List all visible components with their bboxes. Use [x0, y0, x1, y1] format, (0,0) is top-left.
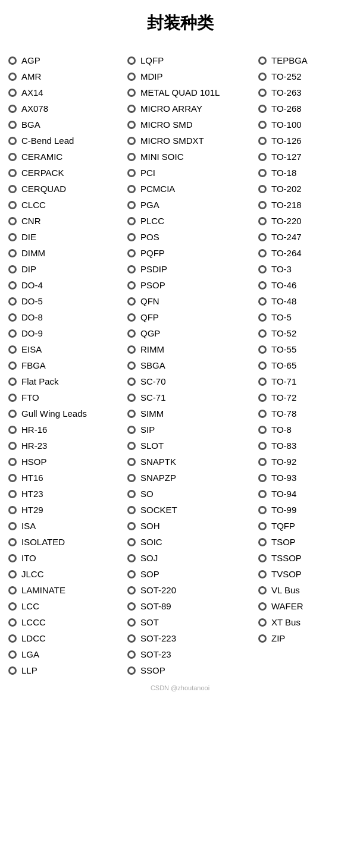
list-item[interactable]: DIE [6, 229, 125, 245]
list-item[interactable]: PSOP [125, 277, 256, 293]
list-item[interactable]: TO-94 [256, 486, 360, 502]
list-item[interactable]: TO-247 [256, 229, 360, 245]
list-item[interactable]: SOT-89 [125, 598, 256, 614]
list-item[interactable]: DO-5 [6, 293, 125, 309]
list-item[interactable]: SC-71 [125, 389, 256, 405]
list-item[interactable]: TO-83 [256, 438, 360, 454]
list-item[interactable]: Gull Wing Leads [6, 405, 125, 422]
list-item[interactable]: TO-55 [256, 341, 360, 357]
list-item[interactable]: TO-46 [256, 277, 360, 293]
list-item[interactable]: LLP [6, 662, 125, 678]
list-item[interactable]: PSDIP [125, 261, 256, 277]
list-item[interactable]: SOT-223 [125, 630, 256, 646]
list-item[interactable]: AMR [6, 68, 125, 84]
list-item[interactable]: ISOLATED [6, 534, 125, 550]
list-item[interactable]: AX078 [6, 100, 125, 117]
list-item[interactable]: TO-93 [256, 470, 360, 486]
list-item[interactable]: LDCC [6, 630, 125, 646]
list-item[interactable]: SIMM [125, 405, 256, 422]
list-item[interactable]: TQFP [256, 518, 360, 534]
list-item[interactable]: AX14 [6, 84, 125, 100]
list-item[interactable]: TO-127 [256, 149, 360, 165]
list-item[interactable]: TO-268 [256, 100, 360, 117]
list-item[interactable]: TVSOP [256, 566, 360, 582]
list-item[interactable]: TSSOP [256, 550, 360, 566]
list-item[interactable]: DIP [6, 261, 125, 277]
list-item[interactable]: SOCKET [125, 502, 256, 518]
list-item[interactable]: BGA [6, 117, 125, 133]
list-item[interactable]: CLCC [6, 197, 125, 213]
list-item[interactable]: SOT-220 [125, 582, 256, 598]
list-item[interactable]: MICRO SMDXT [125, 133, 256, 149]
list-item[interactable]: PLCC [125, 213, 256, 229]
list-item[interactable]: TO-65 [256, 357, 360, 373]
list-item[interactable]: ZIP [256, 630, 360, 646]
list-item[interactable]: PCMCIA [125, 181, 256, 197]
list-item[interactable]: HR-23 [6, 438, 125, 454]
list-item[interactable]: DO-8 [6, 309, 125, 325]
list-item[interactable]: QFP [125, 309, 256, 325]
list-item[interactable]: TEPBGA [256, 52, 360, 68]
list-item[interactable]: RIMM [125, 341, 256, 357]
list-item[interactable]: HT23 [6, 486, 125, 502]
list-item[interactable]: WAFER [256, 598, 360, 614]
list-item[interactable]: TO-263 [256, 84, 360, 100]
list-item[interactable]: VL Bus [256, 582, 360, 598]
list-item[interactable]: SOIC [125, 534, 256, 550]
list-item[interactable]: SOP [125, 566, 256, 582]
list-item[interactable]: PGA [125, 197, 256, 213]
list-item[interactable]: QGP [125, 325, 256, 341]
list-item[interactable]: SO [125, 486, 256, 502]
list-item[interactable]: TO-52 [256, 325, 360, 341]
list-item[interactable]: CNR [6, 213, 125, 229]
list-item[interactable]: SOJ [125, 550, 256, 566]
list-item[interactable]: HT16 [6, 470, 125, 486]
list-item[interactable]: FBGA [6, 357, 125, 373]
list-item[interactable]: POS [125, 229, 256, 245]
list-item[interactable]: LCCC [6, 614, 125, 630]
list-item[interactable]: FTO [6, 389, 125, 405]
list-item[interactable]: TO-8 [256, 422, 360, 438]
list-item[interactable]: METAL QUAD 101L [125, 84, 256, 100]
list-item[interactable]: TO-264 [256, 245, 360, 261]
list-item[interactable]: CERPACK [6, 165, 125, 181]
list-item[interactable]: TO-72 [256, 389, 360, 405]
list-item[interactable]: TO-18 [256, 165, 360, 181]
list-item[interactable]: TO-126 [256, 133, 360, 149]
list-item[interactable]: SC-70 [125, 373, 256, 389]
list-item[interactable]: TO-78 [256, 405, 360, 422]
list-item[interactable]: SNAPZP [125, 470, 256, 486]
list-item[interactable]: EISA [6, 341, 125, 357]
list-item[interactable]: MDIP [125, 68, 256, 84]
list-item[interactable]: TO-218 [256, 197, 360, 213]
list-item[interactable]: SNAPTK [125, 454, 256, 470]
list-item[interactable]: SOT-23 [125, 646, 256, 662]
list-item[interactable]: SBGA [125, 357, 256, 373]
list-item[interactable]: TO-71 [256, 373, 360, 389]
list-item[interactable]: SOH [125, 518, 256, 534]
list-item[interactable]: HSOP [6, 454, 125, 470]
list-item[interactable]: TO-202 [256, 181, 360, 197]
list-item[interactable]: ISA [6, 518, 125, 534]
list-item[interactable]: JLCC [6, 566, 125, 582]
list-item[interactable]: TO-3 [256, 261, 360, 277]
list-item[interactable]: DO-4 [6, 277, 125, 293]
list-item[interactable]: CERAMIC [6, 149, 125, 165]
list-item[interactable]: LGA [6, 646, 125, 662]
list-item[interactable]: TO-48 [256, 293, 360, 309]
list-item[interactable]: TSOP [256, 534, 360, 550]
list-item[interactable]: TO-100 [256, 117, 360, 133]
list-item[interactable]: LAMINATE [6, 582, 125, 598]
list-item[interactable]: LCC [6, 598, 125, 614]
list-item[interactable]: XT Bus [256, 614, 360, 630]
list-item[interactable]: SSOP [125, 662, 256, 678]
list-item[interactable]: DIMM [6, 245, 125, 261]
list-item[interactable]: SLOT [125, 438, 256, 454]
list-item[interactable]: MICRO ARRAY [125, 100, 256, 117]
list-item[interactable]: QFN [125, 293, 256, 309]
list-item[interactable]: TO-252 [256, 68, 360, 84]
list-item[interactable]: PQFP [125, 245, 256, 261]
list-item[interactable]: TO-92 [256, 454, 360, 470]
list-item[interactable]: ITO [6, 550, 125, 566]
list-item[interactable]: SIP [125, 422, 256, 438]
